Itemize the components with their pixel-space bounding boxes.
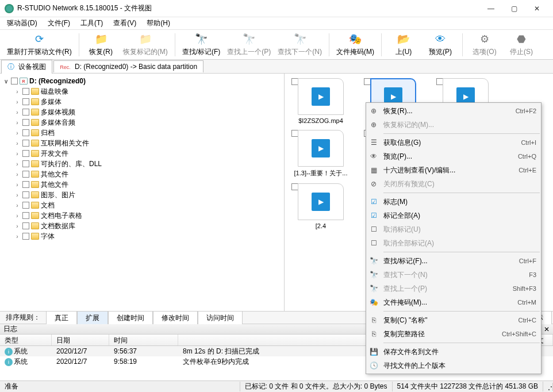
ctx-copy-path[interactable]: ⎘复制完整路径Ctrl+Shift+C: [366, 327, 541, 341]
expand-icon[interactable]: ›: [14, 151, 21, 157]
reopen-button[interactable]: ⟳重新打开驱动文件(R): [5, 31, 74, 58]
tree-checkbox[interactable]: [22, 98, 29, 105]
find-next-button[interactable]: 🔭查找下一个(N): [275, 31, 324, 58]
file-item[interactable]: ▶[2.4: [289, 183, 352, 229]
tree-checkbox[interactable]: [22, 191, 29, 198]
expand-icon[interactable]: ›: [14, 99, 21, 105]
tree-item[interactable]: ›开发文件: [1, 148, 283, 159]
find-prev-button[interactable]: 🔭查找上一个(P): [225, 31, 273, 58]
preview-button[interactable]: 👁预览(P): [423, 31, 458, 58]
menu-help[interactable]: 帮助(H): [142, 17, 175, 29]
tree-checkbox[interactable]: [22, 109, 29, 116]
tree-item[interactable]: ›归档: [1, 128, 283, 138]
tree-item[interactable]: ›磁盘映像: [1, 86, 283, 97]
tree-checkbox[interactable]: [22, 88, 29, 95]
file-item[interactable]: ▶[1.3]--重要！关于...: [289, 130, 352, 178]
tree-checkbox[interactable]: [22, 119, 29, 126]
find-mark-button[interactable]: 🔭查找/标记(F): [180, 31, 223, 58]
ctx-mark-all[interactable]: ☑标记全部(A): [366, 209, 541, 222]
recover-button[interactable]: 📁恢复(R): [84, 31, 118, 58]
tree-checkbox[interactable]: [22, 171, 29, 178]
expand-icon[interactable]: ›: [14, 120, 21, 126]
resize-grip-icon[interactable]: ⋰: [543, 383, 553, 391]
ctx-find-mark[interactable]: 🔭查找/标记(F)...Ctrl+F: [366, 254, 541, 268]
file-mask-button[interactable]: 🎭文件掩码(M): [334, 31, 377, 58]
ctx-find-next[interactable]: 🔭查找下一个(N)F3: [366, 268, 541, 282]
ctx-recover[interactable]: ⊕恢复(R)...Ctrl+F2: [366, 104, 541, 118]
expand-icon[interactable]: ›: [14, 202, 21, 209]
path-tab[interactable]: Rec. D: (Recognized0) -> Basic data part…: [53, 60, 203, 72]
tree-root[interactable]: ∨ R D: (Recognized0): [1, 76, 283, 86]
expand-icon[interactable]: ›: [14, 89, 21, 95]
expand-icon[interactable]: ›: [14, 223, 21, 229]
tree-item[interactable]: ›可执行的、库、DLL: [1, 159, 283, 169]
device-view-tab[interactable]: ⓘ 设备视图: [1, 60, 52, 74]
expand-icon[interactable]: ›: [14, 130, 21, 136]
sort-tab-ctime[interactable]: 创建时间: [108, 311, 153, 325]
tree-checkbox[interactable]: [11, 78, 18, 84]
ctx-find-prev[interactable]: 🔭查找上一个(P)Shift+F3: [366, 282, 541, 295]
sort-tab-ext[interactable]: 扩展: [77, 311, 108, 325]
ctx-get-info[interactable]: ☰获取信息(G)Ctrl+I: [366, 136, 541, 149]
tree-item[interactable]: ›多媒体视频: [1, 107, 283, 117]
expand-icon[interactable]: ›: [14, 140, 21, 147]
tree-item[interactable]: ›多媒体音频: [1, 117, 283, 128]
tree-checkbox[interactable]: [22, 150, 29, 157]
sort-tab-atime[interactable]: 访问时间: [198, 311, 243, 325]
maximize-button[interactable]: ▢: [502, 1, 525, 17]
expand-icon[interactable]: ›: [14, 171, 21, 178]
ctx-save-names[interactable]: 💾保存文件名到文件: [366, 345, 541, 359]
file-thumb[interactable]: ▶: [298, 78, 344, 115]
tree-pane[interactable]: ∨ R D: (Recognized0) ›磁盘映像›多媒体›多媒体视频›多媒体…: [0, 74, 285, 311]
tree-checkbox[interactable]: [22, 212, 29, 219]
log-close-icon[interactable]: ✕: [544, 325, 550, 333]
ctx-file-mask[interactable]: 🎭文件掩码(M)...Ctrl+M: [366, 295, 541, 309]
close-button[interactable]: ✕: [525, 1, 548, 17]
stop-button[interactable]: ⬣停止(S): [504, 31, 539, 58]
ctx-recover-marked[interactable]: ⊕恢复标记的(M)...: [366, 118, 541, 132]
menu-view[interactable]: 查看(V): [109, 17, 141, 29]
expand-icon[interactable]: ›: [14, 109, 21, 116]
ctx-preview[interactable]: 👁预览(P)...Ctrl+Q: [366, 149, 541, 163]
ctx-find-parent[interactable]: 🕓寻找文件的上个版本: [366, 359, 541, 372]
tree-checkbox[interactable]: [22, 202, 29, 209]
menu-tools[interactable]: 工具(T): [76, 17, 107, 29]
tree-checkbox[interactable]: [22, 181, 29, 188]
tree-item[interactable]: ›字体: [1, 231, 283, 241]
tree-item[interactable]: ›其他文件: [1, 169, 283, 179]
menu-file[interactable]: 文件(F): [43, 17, 75, 29]
tree-item[interactable]: ›互联网相关文件: [1, 138, 283, 148]
ctx-copy-name[interactable]: ⎘复制(C) "名称"Ctrl+C: [366, 313, 541, 327]
expand-icon[interactable]: ›: [14, 192, 21, 198]
minimize-button[interactable]: —: [479, 1, 502, 17]
tree-item[interactable]: ›图形、图片: [1, 190, 283, 200]
tree-checkbox[interactable]: [22, 233, 29, 240]
options-button[interactable]: ⚙选项(O): [467, 31, 502, 58]
file-thumb[interactable]: ▶: [298, 183, 344, 220]
expand-icon[interactable]: ›: [14, 182, 21, 188]
expand-icon[interactable]: ›: [14, 161, 21, 167]
ctx-unmark[interactable]: ☐取消标记(U): [366, 222, 541, 236]
tree-checkbox[interactable]: [22, 222, 29, 229]
ctx-hex[interactable]: ▦十六进制查看(V)/编辑...Ctrl+E: [366, 163, 541, 177]
collapse-icon[interactable]: ∨: [2, 78, 9, 84]
tree-item[interactable]: ›文档: [1, 200, 283, 210]
expand-icon[interactable]: ›: [14, 233, 21, 240]
sort-tab-mtime[interactable]: 修改时间: [153, 311, 198, 325]
tree-checkbox[interactable]: [22, 129, 29, 136]
tree-item[interactable]: ›多媒体: [1, 97, 283, 107]
log-col-time[interactable]: 时间: [109, 335, 178, 345]
log-col-type[interactable]: 类型: [0, 335, 52, 345]
ctx-close-previews[interactable]: ⊘关闭所有预览(C): [366, 177, 541, 191]
log-col-date[interactable]: 日期: [52, 335, 109, 345]
tree-item[interactable]: ›文档电子表格: [1, 210, 283, 221]
file-item[interactable]: ▶$I2ZSZOG.mp4: [289, 78, 352, 124]
ctx-mark[interactable]: ☑标志(M): [366, 195, 541, 209]
tree-checkbox[interactable]: [22, 140, 29, 147]
tree-item[interactable]: ›其他文件: [1, 179, 283, 190]
menu-drive[interactable]: 驱动器(D): [2, 17, 42, 29]
file-thumb[interactable]: ▶: [298, 130, 344, 167]
expand-icon[interactable]: ›: [14, 213, 21, 219]
recover-marked-button[interactable]: 📁恢复标记的(M): [121, 31, 170, 58]
up-button[interactable]: 📂上(U): [386, 31, 421, 58]
